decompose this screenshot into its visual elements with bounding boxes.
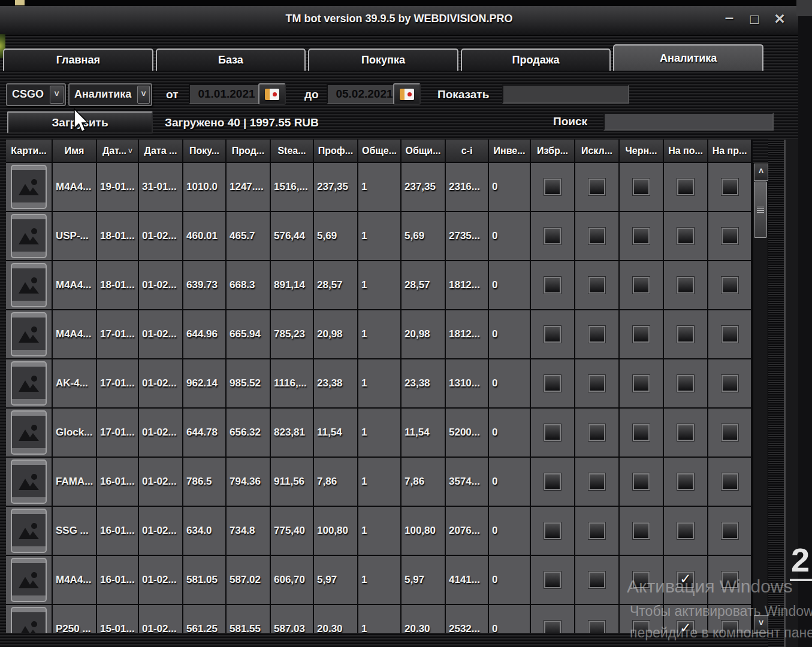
from-calendar-button[interactable] <box>258 83 286 105</box>
game-select[interactable]: CSGO ˅ <box>6 83 66 106</box>
checkbox-unchecked[interactable] <box>544 424 561 441</box>
tab-buy[interactable]: Покупка <box>308 49 458 71</box>
checkbox-unchecked[interactable] <box>544 522 561 539</box>
search-input[interactable] <box>603 113 774 131</box>
checkbox-unchecked[interactable] <box>722 375 738 392</box>
checkbox-unchecked[interactable] <box>677 179 694 195</box>
checkbox-unchecked[interactable] <box>677 522 694 539</box>
tab-analytics[interactable]: Аналитика <box>613 44 763 71</box>
column-header[interactable]: Избр... <box>531 140 575 163</box>
checkbox-unchecked[interactable] <box>633 179 650 195</box>
table-row[interactable]: M4A4...18-01...01-02...639.73668.3891,14… <box>6 261 753 310</box>
minimize-button[interactable]: – <box>718 8 741 30</box>
tab-main[interactable]: Главная <box>3 49 153 71</box>
column-header[interactable]: Stea... <box>271 140 314 163</box>
item-image-cell[interactable] <box>6 359 53 409</box>
item-image-cell[interactable] <box>6 507 53 556</box>
checkbox-unchecked[interactable] <box>544 473 561 490</box>
show-input[interactable] <box>502 84 629 104</box>
column-header[interactable]: Проф... <box>314 140 358 163</box>
column-header[interactable]: Обще... <box>358 140 402 163</box>
checkbox-unchecked[interactable] <box>544 179 561 195</box>
column-header[interactable]: Дата ... <box>139 140 183 163</box>
checkbox-unchecked[interactable] <box>633 228 650 244</box>
checkbox-unchecked[interactable] <box>633 277 650 294</box>
table-row[interactable]: SSG ...16-01...01-02...634.0734.8775,401… <box>6 507 753 556</box>
checkbox-unchecked[interactable] <box>588 473 605 490</box>
checkbox-unchecked[interactable] <box>544 326 561 343</box>
item-image-cell[interactable] <box>6 605 53 633</box>
column-header[interactable]: c-i <box>446 140 489 163</box>
item-image-cell[interactable] <box>6 556 53 605</box>
checkbox-unchecked[interactable] <box>722 424 738 441</box>
checkbox-unchecked[interactable] <box>544 277 561 294</box>
checkbox-unchecked[interactable] <box>544 228 561 244</box>
column-header[interactable]: Имя <box>53 140 97 163</box>
close-button[interactable]: × <box>768 8 791 30</box>
checkbox-unchecked[interactable] <box>722 277 738 294</box>
from-date-input[interactable] <box>189 84 264 104</box>
column-header[interactable]: На пр... <box>708 140 752 163</box>
checkbox-unchecked[interactable] <box>588 228 605 244</box>
checkbox-unchecked[interactable] <box>722 522 738 539</box>
checkbox-unchecked[interactable] <box>633 473 650 490</box>
to-date-input[interactable] <box>327 84 402 104</box>
column-header[interactable]: Прод... <box>227 140 271 163</box>
scroll-up-icon[interactable]: ˄ <box>754 164 768 181</box>
column-header[interactable]: На по... <box>664 140 708 163</box>
table-row[interactable]: USP-...18-01...01-02...460.01465.7576,44… <box>6 212 753 261</box>
table-row[interactable]: M4A4...19-01...31-01...1010.01247....151… <box>6 163 753 212</box>
column-header[interactable]: Инве... <box>489 140 531 163</box>
checkbox-unchecked[interactable] <box>722 228 738 244</box>
chevron-down-icon[interactable]: ˅ <box>50 86 64 104</box>
checkbox-unchecked[interactable] <box>588 326 605 343</box>
checkbox-unchecked[interactable] <box>544 375 561 392</box>
checkbox-unchecked[interactable] <box>544 572 561 588</box>
checkbox-unchecked[interactable] <box>588 572 605 588</box>
checkbox-unchecked[interactable] <box>633 424 650 441</box>
column-header[interactable]: Черн... <box>620 140 664 163</box>
checkbox-unchecked[interactable] <box>677 228 694 244</box>
checkbox-unchecked[interactable] <box>588 375 605 392</box>
checkbox-unchecked[interactable] <box>677 424 694 441</box>
item-image-cell[interactable] <box>6 212 53 261</box>
item-image-cell[interactable] <box>6 310 53 359</box>
checkbox-unchecked[interactable] <box>588 621 605 633</box>
to-calendar-button[interactable] <box>393 83 421 105</box>
column-header[interactable]: Карти... <box>6 140 53 163</box>
checkbox-unchecked[interactable] <box>677 375 694 392</box>
mode-select[interactable]: Аналитика ˅ <box>68 83 152 106</box>
column-header[interactable]: Дат...˅ <box>97 140 139 163</box>
checkbox-unchecked[interactable] <box>588 522 605 539</box>
table-row[interactable]: M4A4...17-01...01-02...644.96665.94785,2… <box>6 310 753 359</box>
checkbox-unchecked[interactable] <box>588 277 605 294</box>
checkbox-unchecked[interactable] <box>633 326 650 343</box>
column-header[interactable]: Искл... <box>575 140 620 163</box>
table-row[interactable]: FAMA...16-01...01-02...786.5794.36911,56… <box>6 458 753 507</box>
table-row[interactable]: Glock...17-01...01-02...644.78656.32823,… <box>6 409 753 458</box>
checkbox-unchecked[interactable] <box>722 326 738 343</box>
vertical-scrollbar[interactable]: ˄ ˅ <box>753 163 768 633</box>
checkbox-unchecked[interactable] <box>633 522 650 539</box>
checkbox-unchecked[interactable] <box>544 621 561 633</box>
checkbox-unchecked[interactable] <box>677 277 694 294</box>
tab-sell[interactable]: Продажа <box>461 49 611 71</box>
item-image-cell[interactable] <box>6 261 53 310</box>
checkbox-unchecked[interactable] <box>722 473 738 490</box>
checkbox-unchecked[interactable] <box>722 179 738 195</box>
maximize-button[interactable]: □ <box>743 8 766 30</box>
column-header[interactable]: Общи... <box>402 140 446 163</box>
checkbox-unchecked[interactable] <box>633 375 650 392</box>
checkbox-unchecked[interactable] <box>588 179 605 195</box>
table-row[interactable]: AK-4...17-01...01-02...962.14985.521116,… <box>6 359 753 409</box>
chevron-down-icon[interactable]: ˅ <box>137 86 150 104</box>
item-image-cell[interactable] <box>6 163 53 212</box>
tab-base[interactable]: База <box>156 49 306 71</box>
checkbox-unchecked[interactable] <box>677 473 694 490</box>
item-image-cell[interactable] <box>6 409 53 458</box>
checkbox-unchecked[interactable] <box>677 326 694 343</box>
item-image-cell[interactable] <box>6 458 53 507</box>
checkbox-unchecked[interactable] <box>588 424 605 441</box>
scrollbar-thumb[interactable] <box>754 182 767 238</box>
column-header[interactable]: Поку... <box>183 140 227 163</box>
